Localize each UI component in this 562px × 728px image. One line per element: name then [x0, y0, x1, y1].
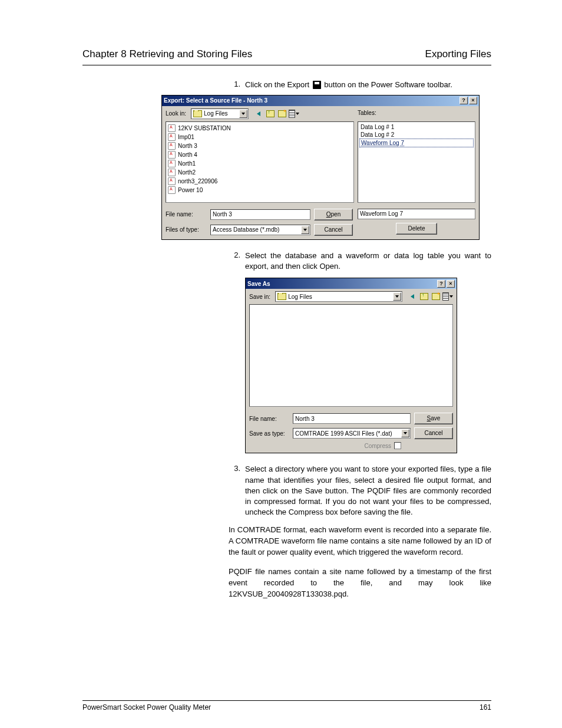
table-item-selected[interactable]: Waveform Log 7 — [359, 139, 474, 147]
saveastype-value: COMTRADE 1999 ASCII Files (*.dat) — [295, 430, 392, 437]
filetype-combo[interactable]: Access Database (*.mdb) — [210, 225, 310, 235]
lookin-label: Look in: — [166, 110, 186, 117]
chevron-down-icon[interactable] — [393, 292, 401, 301]
paragraph: PQDIF file names contain a site name fol… — [229, 566, 491, 600]
dialog-title: Save As — [247, 281, 270, 287]
list-item[interactable]: North 3 — [168, 141, 352, 150]
file-list[interactable]: 12KV SUBSTATION Imp01 North 3 North 4 No… — [166, 121, 354, 203]
step-text-a: Click on the Export — [245, 80, 312, 89]
dialog-title: Export: Select a Source File - North 3 — [164, 97, 267, 104]
lookin-combo[interactable]: Log Files — [191, 108, 248, 119]
savein-label: Save in: — [249, 294, 270, 300]
help-icon[interactable]: ? — [459, 97, 468, 104]
back-icon[interactable] — [253, 108, 264, 119]
database-icon — [168, 160, 176, 167]
filetype-value: Access Database (*.mdb) — [213, 226, 279, 233]
list-item[interactable]: North 4 — [168, 150, 352, 159]
dialog-titlebar: Export: Select a Source File - North 3 ?… — [162, 95, 479, 106]
compress-checkbox[interactable] — [394, 442, 401, 449]
save-button[interactable]: Save — [414, 413, 453, 424]
open-button[interactable]: Open — [314, 209, 353, 220]
export-source-dialog: Export: Select a Source File - North 3 ?… — [161, 95, 480, 240]
step-number: 2. — [229, 251, 240, 272]
up-folder-icon[interactable] — [419, 291, 429, 302]
folder-icon — [277, 293, 286, 300]
database-icon — [168, 186, 176, 194]
saveastype-label: Save as type: — [249, 430, 287, 437]
tables-list[interactable]: Data Log # 1 Data Log # 2 Waveform Log 7 — [358, 121, 475, 203]
views-icon[interactable] — [442, 291, 453, 302]
list-item[interactable]: Power 10 — [168, 186, 352, 195]
help-icon[interactable]: ? — [437, 280, 445, 288]
list-item[interactable]: Imp01 — [168, 133, 352, 141]
savein-combo[interactable]: Log Files — [275, 291, 402, 302]
compress-label: Compress — [364, 443, 391, 449]
tables-label: Tables: — [358, 110, 475, 116]
paragraph: In COMTRADE format, each waveform event … — [229, 525, 491, 558]
dialog-titlebar: Save As ? × — [246, 278, 457, 289]
chevron-down-icon[interactable] — [401, 429, 409, 437]
step-text: Select the database and a waveform or da… — [245, 251, 491, 272]
list-item[interactable]: north3_220906 — [168, 177, 352, 186]
cancel-button[interactable]: Cancel — [414, 427, 453, 439]
new-folder-icon[interactable] — [431, 291, 441, 302]
export-disk-icon — [313, 81, 321, 89]
database-icon — [168, 133, 176, 141]
folder-icon — [193, 110, 202, 117]
filetype-label: Files of type: — [166, 226, 204, 233]
step-number: 1. — [229, 80, 240, 90]
selected-table-display: Waveform Log 7 — [358, 209, 475, 219]
filename-label: File name: — [166, 211, 204, 218]
database-icon — [168, 124, 176, 132]
database-icon — [168, 169, 176, 176]
step-number: 3. — [229, 464, 240, 518]
up-folder-icon[interactable] — [265, 108, 276, 119]
list-item[interactable]: 12KV SUBSTATION — [168, 124, 352, 133]
document-page: Chapter 8 Retrieving and Storing Files E… — [0, 0, 562, 728]
body-paragraphs: In COMTRADE format, each waveform event … — [229, 525, 491, 599]
table-item[interactable]: Data Log # 1 — [359, 123, 474, 131]
chevron-down-icon[interactable] — [301, 226, 309, 234]
database-icon — [168, 142, 176, 150]
file-list[interactable] — [249, 304, 453, 407]
close-icon[interactable]: × — [469, 97, 477, 104]
filename-input[interactable]: North 3 — [293, 413, 411, 424]
filename-input[interactable]: North 3 — [210, 209, 310, 220]
new-folder-icon[interactable] — [277, 108, 287, 119]
chapter-title: Chapter 8 Retrieving and Storing Files — [82, 47, 308, 61]
step-2: 2. Select the database and a waveform or… — [229, 251, 491, 518]
cancel-button[interactable]: Cancel — [314, 224, 353, 236]
step-text: Click on the Export button on the Power … — [245, 80, 491, 90]
chevron-down-icon[interactable] — [239, 110, 247, 118]
save-as-dialog: Save As ? × Save in: Log Files — [245, 278, 457, 453]
list-item[interactable]: North1 — [168, 159, 352, 168]
footer-title: PowerSmart Socket Power Quality Meter — [82, 703, 211, 711]
section-title: Exporting Files — [425, 47, 491, 61]
close-icon[interactable]: × — [447, 280, 455, 288]
table-item[interactable]: Data Log # 2 — [359, 131, 474, 139]
step-text-b: button on the Power Software toolbar. — [322, 80, 452, 89]
page-number: 161 — [480, 703, 491, 711]
database-icon — [168, 151, 176, 159]
page-footer: PowerSmart Socket Power Quality Meter 16… — [82, 700, 491, 711]
lookin-value: Log Files — [204, 110, 228, 117]
views-icon[interactable] — [289, 108, 299, 119]
back-icon[interactable] — [407, 291, 418, 302]
database-icon — [168, 177, 176, 185]
filename-label: File name: — [249, 416, 287, 422]
delete-button[interactable]: Delete — [396, 223, 437, 235]
savein-value: Log Files — [288, 294, 312, 300]
step-1: 1. Click on the Export button on the Pow… — [229, 80, 491, 90]
page-header: Chapter 8 Retrieving and Storing Files E… — [82, 47, 491, 65]
saveastype-combo[interactable]: COMTRADE 1999 ASCII Files (*.dat) — [293, 428, 411, 439]
step-text: Select a directory where you want to sto… — [245, 464, 491, 518]
list-item[interactable]: North2 — [168, 168, 352, 177]
